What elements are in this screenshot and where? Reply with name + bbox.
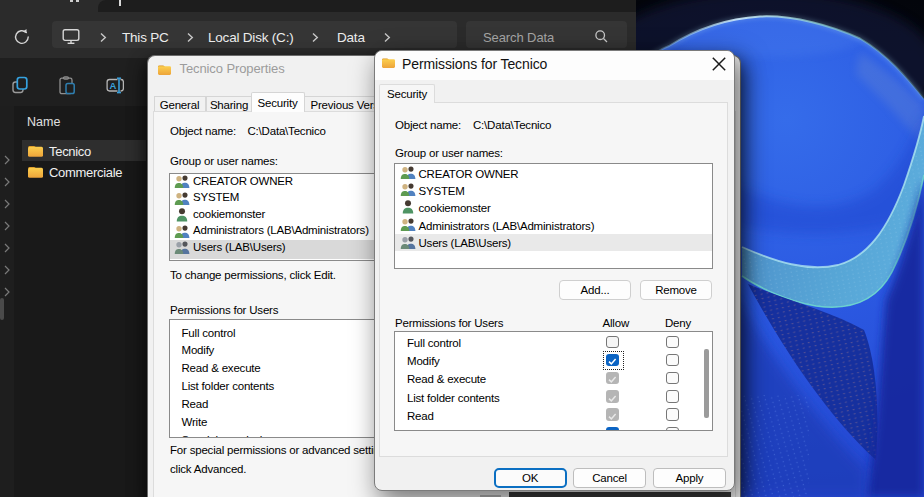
svg-text:A: A	[110, 80, 117, 91]
